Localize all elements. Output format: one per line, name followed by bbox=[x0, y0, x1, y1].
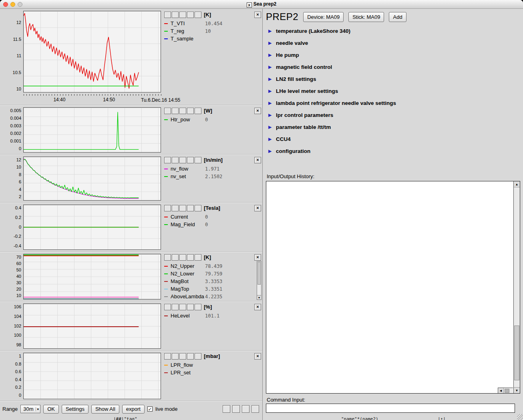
legend-item[interactable]: T_reg 10 bbox=[164, 27, 261, 35]
legend-scrollbar[interactable]: ▼ bbox=[257, 261, 262, 300]
legend-item[interactable]: MagTop 3.3351 bbox=[164, 285, 255, 293]
expand-triangle-icon[interactable]: ▶ bbox=[268, 88, 272, 94]
autoscale-button[interactable] bbox=[179, 205, 186, 211]
scroll-up-button[interactable] bbox=[164, 157, 171, 163]
expand-triangle-icon[interactable]: ▶ bbox=[268, 137, 272, 142]
history-hscrollbar[interactable]: ◀ bbox=[498, 388, 513, 393]
history-hscrollbar-thumb[interactable] bbox=[505, 389, 509, 393]
chart-plot-area[interactable] bbox=[23, 303, 161, 349]
scroll-up-button[interactable] bbox=[164, 254, 171, 261]
legend-item[interactable]: AboveLambda 4.2235 bbox=[164, 293, 255, 300]
io-history[interactable]: ▲ ▼ ◀ bbox=[266, 181, 520, 394]
live-mode-checkbox[interactable]: ✓ bbox=[147, 406, 153, 412]
ok-button[interactable]: OK bbox=[43, 405, 59, 414]
export-button[interactable]: export bbox=[122, 405, 145, 414]
window-titlebar[interactable]: XSea prep2 bbox=[0, 0, 523, 9]
chart-canvas[interactable] bbox=[24, 254, 161, 299]
history-scrollbar-thumb[interactable] bbox=[514, 326, 519, 381]
legend-item[interactable]: MagBot 3.3353 bbox=[164, 277, 255, 285]
log-scale-button[interactable] bbox=[195, 205, 201, 211]
window-resize-grip[interactable] bbox=[517, 414, 523, 420]
chart-plot-area[interactable] bbox=[23, 353, 161, 399]
tree-item[interactable]: ▶ lambda point refrigerator needle valve… bbox=[268, 97, 523, 109]
grid-button[interactable] bbox=[187, 304, 194, 310]
legend-item[interactable]: nv_set 2.1502 bbox=[164, 173, 261, 180]
scroll-down-arrow[interactable]: ▼ bbox=[257, 295, 261, 299]
scroll-up-button[interactable] bbox=[164, 108, 171, 114]
chart-plot-area[interactable] bbox=[23, 11, 161, 92]
add-button[interactable]: Add bbox=[389, 12, 406, 22]
scroll-up-button[interactable] bbox=[164, 304, 171, 310]
expand-triangle-icon[interactable]: ▶ bbox=[268, 125, 272, 130]
expand-triangle-icon[interactable]: ▶ bbox=[268, 40, 272, 46]
scroll-down-button[interactable] bbox=[172, 12, 179, 18]
legend-item[interactable]: Current 0 bbox=[164, 213, 261, 221]
legend-item[interactable]: N2_Lower 79.759 bbox=[164, 270, 255, 277]
legend-item[interactable]: T_sample bbox=[164, 35, 261, 42]
legend-item[interactable]: LPR_flow bbox=[164, 361, 261, 369]
legend-item[interactable]: N2_Upper 78.439 bbox=[164, 262, 255, 270]
chart-canvas[interactable] bbox=[24, 304, 161, 348]
chart-canvas[interactable] bbox=[24, 353, 161, 399]
stick-select-button[interactable]: Stick: MA09 bbox=[348, 12, 384, 22]
grid-button[interactable] bbox=[187, 254, 194, 261]
scroll-down-button[interactable] bbox=[172, 157, 179, 163]
expand-triangle-icon[interactable]: ▶ bbox=[268, 100, 272, 106]
page-right-button[interactable] bbox=[242, 405, 249, 413]
autoscale-button[interactable] bbox=[179, 108, 186, 114]
legend-item[interactable]: Htr_pow 0 bbox=[164, 116, 261, 123]
settings-button[interactable]: Settings bbox=[62, 405, 89, 414]
tree-item[interactable]: ▶ LHe level meter settings bbox=[268, 85, 523, 97]
tree-item[interactable]: ▶ CCU4 bbox=[268, 133, 523, 145]
chart-close-button[interactable]: × bbox=[254, 12, 261, 18]
history-scrollbar[interactable]: ▲ ▼ bbox=[513, 181, 520, 393]
expand-triangle-icon[interactable]: ▶ bbox=[268, 64, 272, 70]
autoscale-button[interactable] bbox=[179, 353, 186, 360]
chart-canvas[interactable] bbox=[24, 108, 161, 152]
chart-canvas[interactable] bbox=[24, 11, 161, 92]
autoscale-button[interactable] bbox=[179, 304, 186, 310]
grid-button[interactable] bbox=[187, 12, 194, 18]
expand-triangle-icon[interactable]: ▶ bbox=[268, 28, 272, 34]
chart-plot-area[interactable] bbox=[23, 107, 161, 153]
scroll-down-button[interactable] bbox=[172, 205, 179, 211]
scroll-left-arrow[interactable]: ◀ bbox=[498, 388, 504, 393]
range-select[interactable]: 30m ▾ bbox=[20, 405, 40, 413]
expand-triangle-icon[interactable]: ▶ bbox=[268, 149, 272, 154]
chart-close-button[interactable]: × bbox=[254, 157, 261, 163]
scroll-up-button[interactable] bbox=[164, 12, 171, 18]
log-scale-button[interactable] bbox=[195, 12, 201, 18]
legend-item[interactable]: nv_flow 1.971 bbox=[164, 165, 261, 173]
chart-close-button[interactable]: × bbox=[254, 254, 261, 261]
grid-button[interactable] bbox=[187, 157, 194, 163]
chart-close-button[interactable]: × bbox=[254, 353, 261, 360]
chart-canvas[interactable] bbox=[24, 157, 161, 200]
chart-plot-area[interactable] bbox=[23, 254, 161, 299]
scroll-up-button[interactable] bbox=[164, 353, 171, 360]
legend-item[interactable]: LPR_set bbox=[164, 369, 261, 376]
show-all-button[interactable]: Show All bbox=[91, 405, 119, 414]
scroll-down-button[interactable] bbox=[172, 304, 179, 310]
legend-item[interactable]: HeLevel 101.1 bbox=[164, 312, 261, 320]
scroll-down-button[interactable] bbox=[172, 353, 179, 360]
chart-plot-area[interactable] bbox=[23, 157, 161, 201]
chart-plot-area[interactable] bbox=[23, 205, 161, 250]
scroll-down-button[interactable] bbox=[172, 108, 179, 114]
grid-button[interactable] bbox=[187, 353, 194, 360]
page-left-button[interactable] bbox=[232, 405, 240, 413]
chart-close-button[interactable]: × bbox=[254, 205, 261, 211]
tree-item[interactable]: ▶ lpr control parameters bbox=[268, 109, 523, 121]
scroll-down-button[interactable] bbox=[172, 254, 179, 261]
reload-plot-button[interactable] bbox=[223, 405, 230, 413]
expand-triangle-icon[interactable]: ▶ bbox=[268, 76, 272, 82]
grid-button[interactable] bbox=[187, 108, 194, 114]
log-scale-button[interactable] bbox=[195, 157, 201, 163]
expand-triangle-icon[interactable]: ▶ bbox=[268, 52, 272, 58]
scroll-up-button[interactable] bbox=[164, 205, 171, 211]
scroll-down-arrow[interactable]: ▼ bbox=[514, 387, 520, 393]
autoscale-button[interactable] bbox=[179, 157, 186, 163]
log-scale-button[interactable] bbox=[195, 304, 201, 310]
tree-item[interactable]: ▶ configuration bbox=[268, 145, 523, 157]
log-scale-button[interactable] bbox=[195, 353, 201, 360]
tree-item[interactable]: ▶ LN2 fill settings bbox=[268, 73, 523, 85]
